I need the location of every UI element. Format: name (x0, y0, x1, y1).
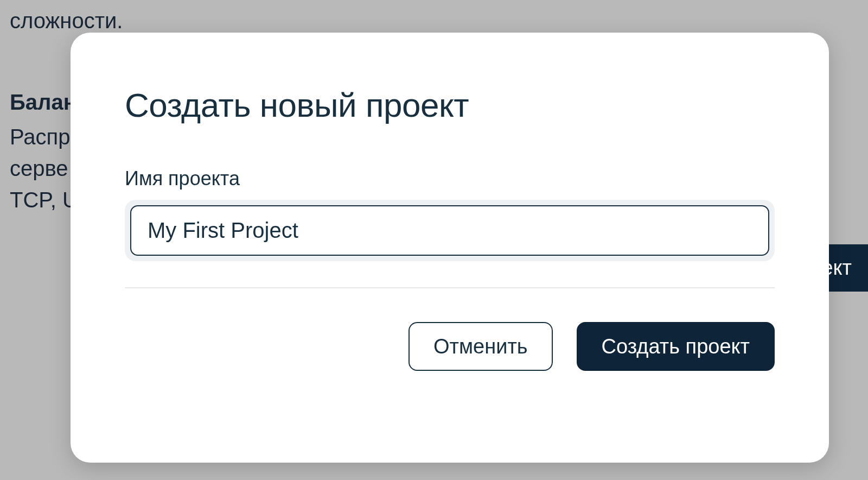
input-focus-ring (125, 200, 775, 261)
project-name-label: Имя проекта (125, 167, 775, 190)
cancel-button[interactable]: Отменить (409, 322, 553, 371)
modal-title: Создать новый проект (125, 87, 775, 124)
project-name-input[interactable] (130, 205, 769, 256)
modal-divider (125, 287, 775, 288)
create-project-modal: Создать новый проект Имя проекта Отменит… (71, 33, 829, 463)
create-project-button[interactable]: Создать проект (577, 322, 775, 371)
modal-button-row: Отменить Создать проект (125, 322, 775, 371)
project-name-field-group: Имя проекта (125, 167, 775, 261)
